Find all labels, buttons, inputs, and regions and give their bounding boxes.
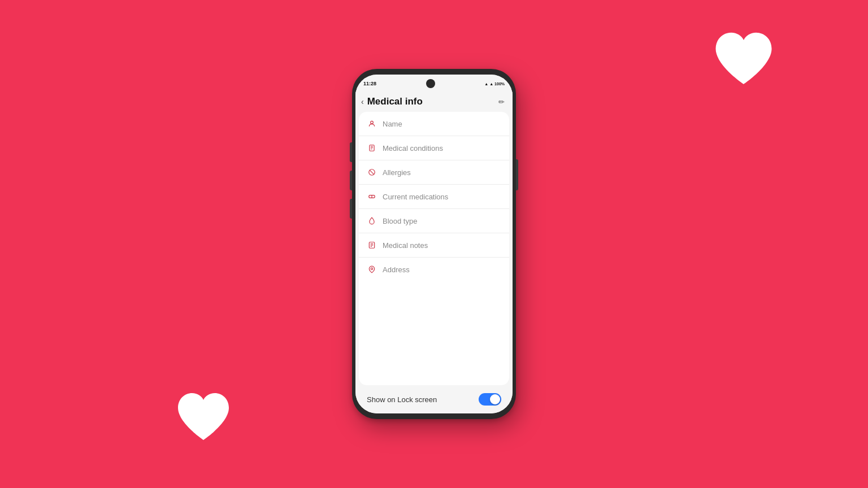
medical-info-list: Name Medical conditions bbox=[359, 112, 509, 385]
clipboard-icon bbox=[367, 143, 377, 153]
camera-notch bbox=[426, 79, 435, 88]
list-item-blood-type[interactable]: Blood type bbox=[359, 209, 509, 233]
app-header: ‹ Medical info ✏ bbox=[355, 90, 513, 112]
lock-screen-toggle[interactable] bbox=[479, 393, 501, 406]
phone-screen: 11:28 ▲ ▲ 100% ‹ Medical info ✏ bbox=[355, 75, 513, 413]
status-icons: ▲ ▲ 100% bbox=[484, 82, 505, 86]
heart-decoration-bottom-left bbox=[175, 392, 232, 443]
back-button[interactable]: ‹ bbox=[361, 97, 364, 106]
list-item-medical-notes[interactable]: Medical notes bbox=[359, 233, 509, 258]
list-item-medical-conditions[interactable]: Medical conditions bbox=[359, 136, 509, 160]
svg-point-13 bbox=[371, 268, 373, 270]
pill-icon bbox=[367, 191, 377, 202]
signal-icon: ▲ bbox=[489, 82, 493, 86]
phone-device: 11:28 ▲ ▲ 100% ‹ Medical info ✏ bbox=[352, 69, 516, 419]
name-label: Name bbox=[383, 120, 402, 128]
block-icon bbox=[367, 167, 377, 177]
allergies-label: Allergies bbox=[383, 168, 411, 177]
note-icon bbox=[367, 240, 377, 250]
app-content: ‹ Medical info ✏ Name bbox=[355, 90, 513, 413]
list-item-medications[interactable]: Current medications bbox=[359, 185, 509, 209]
lock-screen-row: Show on Lock screen bbox=[359, 385, 509, 413]
lock-screen-label: Show on Lock screen bbox=[367, 395, 437, 404]
status-bar: 11:28 ▲ ▲ 100% bbox=[355, 75, 513, 90]
list-item-name[interactable]: Name bbox=[359, 112, 509, 136]
toggle-thumb bbox=[490, 394, 500, 404]
medical-notes-label: Medical notes bbox=[383, 241, 428, 250]
edit-button[interactable]: ✏ bbox=[498, 98, 505, 106]
header-left: ‹ Medical info bbox=[361, 96, 423, 107]
address-label: Address bbox=[383, 265, 410, 274]
svg-point-0 bbox=[371, 121, 374, 124]
status-time: 11:28 bbox=[363, 81, 376, 86]
heart-decoration-top-right bbox=[713, 31, 775, 88]
drop-icon bbox=[367, 216, 377, 226]
list-item-address[interactable]: Address bbox=[359, 258, 509, 281]
pin-icon bbox=[367, 264, 377, 274]
list-item-allergies[interactable]: Allergies bbox=[359, 160, 509, 185]
person-icon bbox=[367, 119, 377, 129]
medical-conditions-label: Medical conditions bbox=[383, 144, 443, 152]
blood-type-label: Blood type bbox=[383, 217, 417, 225]
svg-line-6 bbox=[370, 170, 374, 175]
page-title: Medical info bbox=[367, 96, 423, 107]
battery-indicator: 100% bbox=[494, 82, 505, 86]
wifi-icon: ▲ bbox=[484, 82, 488, 86]
medications-label: Current medications bbox=[383, 193, 448, 201]
